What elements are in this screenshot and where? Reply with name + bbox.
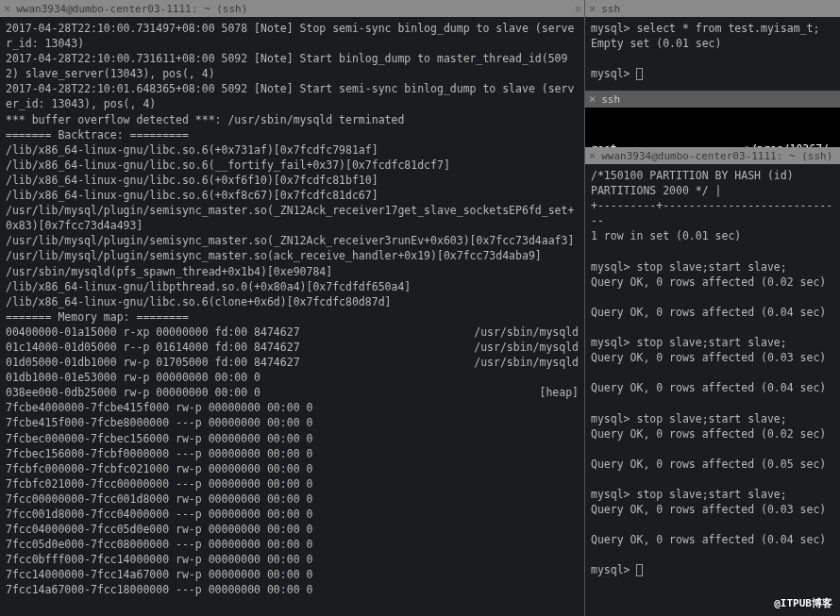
close-icon[interactable]: × xyxy=(589,92,596,106)
terminal-line: 2017-04-28T22:10:00.731497+08:00 5078 [N… xyxy=(6,21,579,51)
terminal-line: +---------+---------------------------- xyxy=(591,198,834,228)
right2-tab-title: ssh xyxy=(601,93,836,106)
terminal-line xyxy=(591,320,834,335)
left-terminal[interactable]: 2017-04-28T22:10:00.731497+08:00 5078 [N… xyxy=(0,17,584,616)
terminal-line: /usr/lib/mysql/plugin/semisync_master.so… xyxy=(6,203,579,233)
terminal-line: mysql> xyxy=(591,66,834,81)
memmap-line: 01c14000-01d05000 r--p 01614000 fd:00 84… xyxy=(6,340,579,355)
right1-tab-bar[interactable]: × ssh xyxy=(585,0,840,17)
right3-tab-bar[interactable]: × wwan3934@dumbo-center03-1111: ~ (ssh) xyxy=(585,147,840,164)
close-icon[interactable]: × xyxy=(589,149,596,162)
cursor xyxy=(636,564,643,576)
right-pane: × ssh mysql> select * from test.myisam_t… xyxy=(585,0,840,616)
terminal-line: mysql> stop slave;start slave; xyxy=(591,411,834,426)
terminal-line: mysql> stop slave;start slave; xyxy=(591,335,834,350)
terminal-line xyxy=(591,51,834,66)
right2-tab-bar[interactable]: × ssh xyxy=(585,91,840,108)
terminal-line: 2017-04-28T22:10:00.731611+08:00 5092 [N… xyxy=(6,51,579,81)
terminal-line: 1 row in set (0.01 sec) xyxy=(591,228,834,243)
terminal-line: /lib/x86_64-linux-gnu/libc.so.6(clone+0x… xyxy=(6,294,579,309)
close-icon[interactable]: × xyxy=(4,2,10,15)
terminal-line: /lib/x86_64-linux-gnu/libc.so.6(+0xf8c67… xyxy=(6,188,579,203)
memmap-line: 01d05000-01db1000 rw-p 01705000 fd:00 84… xyxy=(6,355,579,370)
terminal-line xyxy=(591,243,834,258)
terminal-line: Query OK, 0 rows affected (0.05 sec) xyxy=(591,457,834,472)
terminal-line: ======= Backtrace: ========= xyxy=(6,127,579,142)
left-tab-title: wwan3934@dumbo-center03-1111: ~ (ssh) xyxy=(16,3,575,15)
terminal-line: mysql> stop slave;start slave; xyxy=(591,259,834,275)
right3-tab-title: wwan3934@dumbo-center03-1111: ~ (ssh) xyxy=(601,150,836,162)
memmap-line: 7fcbe4000000-7fcbe415f000 rw-p 00000000 … xyxy=(6,400,579,415)
memmap-line: 7fcc0bfff000-7fcc14000000 rw-p 00000000 … xyxy=(6,552,579,567)
terminal-line: mysql> xyxy=(591,562,834,577)
terminal-line: Query OK, 0 rows affected (0.02 sec) xyxy=(591,426,834,441)
right2-terminal[interactable]: root@ :/proc/10367/fd 2033 xyxy=(585,108,840,147)
terminal-line xyxy=(591,517,834,532)
terminal-line: 2017-04-28T22:10:01.648365+08:00 5092 [N… xyxy=(6,81,579,111)
terminal-line: ======= Memory map: ======== xyxy=(6,309,579,325)
terminal-line xyxy=(591,472,834,487)
memmap-line: 038ee000-0db25000 rw-p 00000000 00:00 0[… xyxy=(6,385,579,400)
memmap-line: 7fcc14a67000-7fcc18000000 ---p 00000000 … xyxy=(6,582,579,597)
memmap-line: 01db1000-01e53000 rw-p 00000000 00:00 0 xyxy=(6,370,579,385)
terminal-line: Empty set (0.01 sec) xyxy=(591,36,834,51)
watermark: @ITPUB博客 xyxy=(774,596,832,610)
terminal-line: /*150100 PARTITION BY HASH (id) xyxy=(591,168,834,183)
memmap-line: 00400000-01a15000 r-xp 00000000 fd:00 84… xyxy=(6,325,579,340)
left-pane: × wwan3934@dumbo-center03-1111: ~ (ssh) … xyxy=(0,0,585,616)
memmap-line: 7fcbfc000000-7fcbfc021000 rw-p 00000000 … xyxy=(6,461,579,476)
memmap-line: 7fcbec000000-7fcbec156000 rw-p 00000000 … xyxy=(6,431,579,446)
terminal-line xyxy=(591,441,834,457)
terminal-line: /lib/x86_64-linux-gnu/libc.so.6(+0x731af… xyxy=(6,142,579,158)
right3-terminal[interactable]: /*150100 PARTITION BY HASH (id)PARTITION… xyxy=(585,164,840,616)
terminal-line xyxy=(591,365,834,380)
terminal-line: Query OK, 0 rows affected (0.04 sec) xyxy=(591,380,834,395)
memmap-line: 7fcc14000000-7fcc14a67000 rw-p 00000000 … xyxy=(6,567,579,582)
terminal-line: Query OK, 0 rows affected (0.04 sec) xyxy=(591,532,834,547)
terminal-line xyxy=(591,290,834,305)
terminal-line: Query OK, 0 rows affected (0.03 sec) xyxy=(591,502,834,517)
right1-terminal[interactable]: mysql> select * from test.myisam_t;Empty… xyxy=(585,17,840,91)
terminal-line: /usr/lib/mysql/plugin/semisync_master.so… xyxy=(6,233,579,248)
memmap-line: 7fcc00000000-7fcc001d8000 rw-p 00000000 … xyxy=(6,491,579,507)
terminal-line: Query OK, 0 rows affected (0.02 sec) xyxy=(591,275,834,290)
memmap-line: 7fcc04000000-7fcc05d0e000 rw-p 00000000 … xyxy=(6,522,579,537)
terminal-line xyxy=(591,547,834,562)
hamburger-icon[interactable]: ≡ xyxy=(575,3,580,15)
right1-tab-title: ssh xyxy=(601,3,836,15)
terminal-line: Query OK, 0 rows affected (0.04 sec) xyxy=(591,305,834,320)
terminal-line: /usr/sbin/mysqld(pfs_spawn_thread+0x1b4)… xyxy=(6,264,579,279)
terminal-line: Query OK, 0 rows affected (0.03 sec) xyxy=(591,350,834,365)
terminal-line: /lib/x86_64-linux-gnu/libc.so.6(+0xf6f10… xyxy=(6,173,579,188)
terminal-line: /lib/x86_64-linux-gnu/libpthread.so.0(+0… xyxy=(6,279,579,294)
memmap-line: 7fcbfc021000-7fcc00000000 ---p 00000000 … xyxy=(6,476,579,491)
terminal-line: /usr/lib/mysql/plugin/semisync_master.so… xyxy=(6,248,579,263)
memmap-line: 7fcbec156000-7fcbf0000000 ---p 00000000 … xyxy=(6,446,579,461)
memmap-line: 7fcc001d8000-7fcc04000000 ---p 00000000 … xyxy=(6,507,579,522)
terminal-line: mysql> select * from test.myisam_t; xyxy=(591,21,834,36)
terminal-line: *** buffer overflow detected ***: /usr/s… xyxy=(6,112,579,127)
close-icon[interactable]: × xyxy=(589,2,596,15)
terminal-line xyxy=(591,395,834,410)
terminal-line: /lib/x86_64-linux-gnu/libc.so.6(__fortif… xyxy=(6,158,579,173)
left-tab-bar[interactable]: × wwan3934@dumbo-center03-1111: ~ (ssh) … xyxy=(0,0,584,17)
terminal-line: mysql> stop slave;start slave; xyxy=(591,487,834,502)
terminal-line: PARTITIONS 2000 */ | xyxy=(591,183,834,198)
memmap-line: 7fcc05d0e000-7fcc08000000 ---p 00000000 … xyxy=(6,537,579,552)
memmap-line: 7fcbe415f000-7fcbe8000000 ---p 00000000 … xyxy=(6,415,579,430)
cursor xyxy=(636,68,643,80)
